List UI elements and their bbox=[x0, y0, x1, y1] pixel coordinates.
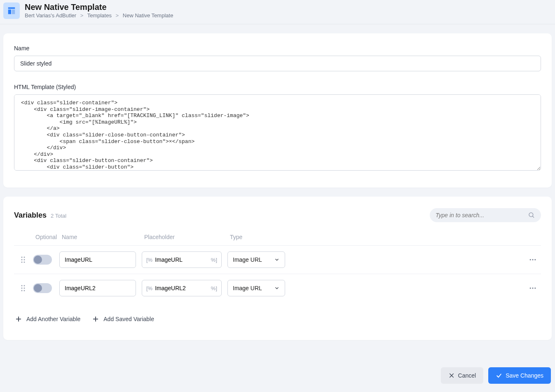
name-input[interactable] bbox=[14, 56, 541, 71]
plus-icon bbox=[92, 315, 99, 323]
variables-title: Variables bbox=[14, 211, 47, 220]
svg-point-5 bbox=[21, 257, 23, 258]
search-icon bbox=[528, 211, 535, 219]
svg-point-13 bbox=[534, 259, 536, 261]
template-form-panel: Name HTML Template (Styled) bbox=[3, 33, 552, 188]
check-icon bbox=[496, 372, 502, 379]
breadcrumb-sep: > bbox=[116, 12, 119, 19]
col-placeholder: Placeholder bbox=[142, 234, 227, 240]
footer-actions: Cancel Save Changes bbox=[441, 367, 551, 384]
svg-point-12 bbox=[532, 259, 534, 261]
breadcrumb-templates[interactable]: Templates bbox=[87, 12, 112, 19]
chevron-down-icon bbox=[274, 257, 280, 263]
cancel-button[interactable]: Cancel bbox=[441, 367, 484, 384]
variables-search-input[interactable] bbox=[436, 212, 528, 218]
variables-table-head: Optional Name Placeholder Type bbox=[14, 230, 541, 245]
breadcrumb-sep: > bbox=[80, 12, 84, 19]
variable-type-select[interactable]: Image URL bbox=[227, 280, 285, 296]
variable-name-input[interactable] bbox=[59, 280, 136, 296]
variable-row: [% %] Image URL bbox=[14, 245, 541, 274]
html-template-editor[interactable] bbox=[14, 94, 541, 171]
breadcrumb: Bert Varias's AdButler > Templates > New… bbox=[25, 12, 173, 19]
row-actions-menu[interactable] bbox=[525, 256, 541, 264]
breadcrumb-root[interactable]: Bert Varias's AdButler bbox=[25, 12, 76, 19]
svg-point-7 bbox=[21, 259, 23, 261]
save-changes-button[interactable]: Save Changes bbox=[488, 367, 551, 384]
optional-toggle[interactable] bbox=[33, 283, 52, 293]
svg-rect-1 bbox=[8, 9, 11, 14]
svg-point-17 bbox=[24, 288, 25, 289]
html-template-label: HTML Template (Styled) bbox=[14, 84, 541, 90]
svg-point-10 bbox=[24, 262, 25, 263]
svg-point-18 bbox=[21, 290, 23, 291]
variable-row: [% %] Image URL bbox=[14, 274, 541, 302]
optional-toggle[interactable] bbox=[33, 255, 52, 265]
variables-search[interactable] bbox=[430, 208, 541, 222]
variables-panel: Variables 2 Total Optional Name Placehol… bbox=[3, 197, 552, 340]
breadcrumb-current: New Native Template bbox=[123, 12, 173, 19]
drag-handle-icon[interactable] bbox=[14, 285, 33, 291]
variables-count: 2 Total bbox=[51, 213, 66, 219]
svg-point-11 bbox=[530, 259, 531, 261]
svg-point-14 bbox=[21, 285, 23, 286]
plus-icon bbox=[15, 315, 22, 323]
svg-point-8 bbox=[24, 259, 25, 261]
svg-rect-2 bbox=[12, 9, 15, 14]
template-icon bbox=[3, 2, 20, 19]
variable-name-input[interactable] bbox=[59, 251, 136, 268]
svg-point-9 bbox=[21, 262, 23, 263]
col-type: Type bbox=[227, 234, 313, 240]
page-header: New Native Template Bert Varias's AdButl… bbox=[0, 0, 555, 24]
name-label: Name bbox=[14, 45, 541, 52]
page-title: New Native Template bbox=[25, 2, 173, 12]
add-saved-variable-button[interactable]: Add Saved Variable bbox=[91, 314, 155, 324]
row-actions-menu[interactable] bbox=[525, 284, 541, 292]
col-optional: Optional bbox=[33, 234, 59, 240]
svg-point-3 bbox=[529, 213, 533, 217]
svg-rect-0 bbox=[8, 7, 15, 9]
variable-placeholder-input[interactable]: [% %] bbox=[142, 251, 222, 268]
svg-point-15 bbox=[24, 285, 25, 286]
svg-point-20 bbox=[530, 288, 531, 289]
drag-handle-icon[interactable] bbox=[14, 256, 33, 263]
svg-point-19 bbox=[24, 290, 25, 291]
add-another-variable-button[interactable]: Add Another Variable bbox=[14, 314, 81, 324]
variable-placeholder-input[interactable]: [% %] bbox=[142, 280, 222, 296]
svg-point-16 bbox=[21, 288, 23, 289]
svg-line-4 bbox=[532, 216, 534, 218]
svg-point-21 bbox=[532, 288, 534, 289]
svg-point-22 bbox=[534, 288, 536, 289]
close-icon bbox=[448, 372, 455, 379]
variable-type-select[interactable]: Image URL bbox=[227, 251, 285, 268]
col-name: Name bbox=[59, 234, 142, 240]
chevron-down-icon bbox=[274, 285, 280, 291]
svg-point-6 bbox=[24, 257, 25, 258]
